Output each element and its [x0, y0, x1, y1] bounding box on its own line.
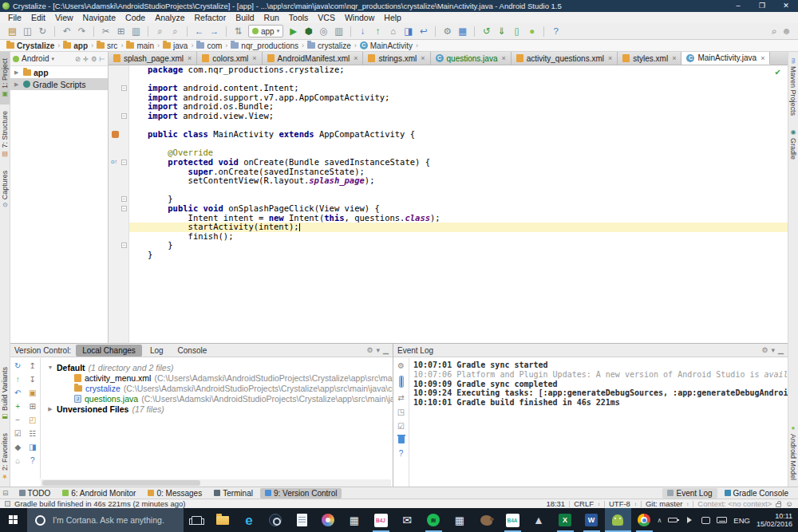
- search-everywhere-icon[interactable]: ⌕: [772, 26, 777, 37]
- clear-log-icon[interactable]: [398, 436, 405, 443]
- expand-arrow-icon[interactable]: ▶: [14, 69, 21, 76]
- group-by-folder-icon[interactable]: ▣: [29, 388, 36, 397]
- class-marker-icon[interactable]: [112, 131, 119, 138]
- project-view-selector[interactable]: Android: [22, 54, 49, 63]
- remove-icon[interactable]: −: [15, 416, 20, 424]
- menu-vcs[interactable]: VCS: [313, 12, 340, 23]
- spotify-icon[interactable]: ≋: [421, 508, 447, 532]
- status-caret-position[interactable]: 18:31: [546, 499, 565, 508]
- tool-window-button-todo[interactable]: TODO: [14, 488, 56, 499]
- preview-diff-icon[interactable]: ◨: [29, 443, 36, 451]
- code-text[interactable]: package com.nqr_productions.crystalize;i…: [129, 65, 788, 343]
- status-encoding[interactable]: UTF-8: [609, 499, 630, 508]
- hide-panel-icon[interactable]: ▁: [383, 346, 389, 354]
- tool-window-button-6-android-monitor[interactable]: 6: Android Monitor: [57, 488, 140, 499]
- touch-keyboard-icon[interactable]: [717, 517, 727, 523]
- fold-marker-icon[interactable]: −: [121, 196, 127, 202]
- code-editor[interactable]: −−o↑−−−− package com.nqr_productions.cry…: [109, 65, 788, 343]
- paint-icon[interactable]: [315, 508, 342, 532]
- revert-icon[interactable]: ↶: [14, 388, 21, 397]
- user-avatar-icon[interactable]: ☻: [781, 26, 792, 37]
- breadcrumb-item-app[interactable]: app: [63, 41, 88, 50]
- editor-tab-mainactivity-java[interactable]: CMainActivity.java×: [681, 52, 770, 65]
- editor-tab-colors-xml[interactable]: colors.xml×: [197, 52, 262, 65]
- steam-icon[interactable]: [263, 508, 289, 532]
- cortana-search-box[interactable]: I'm Cortana. Ask me anything.: [27, 508, 183, 532]
- editor-tab-strings-xml[interactable]: strings.xml×: [363, 52, 430, 65]
- redo-button[interactable]: ↷: [74, 24, 89, 39]
- toggle-tool-buttons-icon[interactable]: [5, 501, 10, 506]
- wrap-lines-icon[interactable]: ⇄: [397, 393, 404, 402]
- details-icon[interactable]: ☷: [29, 429, 36, 438]
- attach-debugger-button[interactable]: ▥: [331, 24, 346, 39]
- action-center-icon[interactable]: [701, 517, 710, 524]
- tool-window-button-terminal[interactable]: Terminal: [209, 488, 258, 499]
- chevron-down-icon[interactable]: ▾: [377, 346, 381, 354]
- balloon-notifications-icon[interactable]: [401, 376, 402, 387]
- checkbox-icon[interactable]: ☑: [14, 429, 22, 438]
- changelist-row-activity-menu-xml[interactable]: activity_menu.xml (C:\Users\Adamski\Andr…: [41, 372, 393, 383]
- show-hidden-icons-chevron[interactable]: ∧: [658, 517, 662, 524]
- back-button[interactable]: ←: [192, 24, 207, 39]
- settings-button[interactable]: ⚙: [440, 24, 455, 39]
- expand-arrow-icon[interactable]: ▼: [47, 365, 53, 370]
- breadcrumb-item-src[interactable]: src: [97, 41, 117, 50]
- task-view-button[interactable]: [184, 508, 210, 532]
- chrome-icon[interactable]: [631, 508, 658, 532]
- tool-button-captures[interactable]: ⊙Captures: [0, 164, 10, 214]
- editor-tab-androidmanifest-xml[interactable]: AndroidManifest.xml×: [263, 52, 364, 65]
- gear-icon[interactable]: ⚙: [761, 346, 768, 354]
- expand-arrow-icon[interactable]: ▶: [14, 81, 21, 88]
- close-tab-icon[interactable]: ×: [672, 54, 676, 62]
- vc-tab-local-changes[interactable]: Local Changes: [76, 345, 142, 357]
- menu-run[interactable]: Run: [259, 12, 284, 23]
- excel-icon[interactable]: X: [552, 508, 579, 532]
- chevron-down-icon[interactable]: ▾: [772, 346, 776, 354]
- android-studio-icon[interactable]: [605, 508, 631, 532]
- breadcrumb-item-crystalize[interactable]: Crystalize: [6, 41, 54, 50]
- android-device-monitor-button[interactable]: ●: [524, 24, 539, 39]
- tool-button-android-model[interactable]: ●Android Model: [788, 418, 798, 487]
- b4j-icon[interactable]: B4J: [368, 508, 394, 532]
- close-tab-icon[interactable]: ×: [252, 54, 256, 62]
- open-project-button[interactable]: ▤: [5, 24, 20, 39]
- menu-refactor[interactable]: Refactor: [190, 12, 231, 23]
- help-icon[interactable]: ?: [30, 456, 35, 465]
- tool-windows-corner-icon[interactable]: ⊟: [2, 489, 9, 497]
- project-item-app[interactable]: ▶app: [10, 66, 108, 78]
- paste-button[interactable]: ▥: [128, 24, 144, 39]
- replace-button[interactable]: ⌕: [168, 24, 183, 39]
- vcs-update-button[interactable]: ↓: [355, 24, 370, 39]
- avd-manager-button[interactable]: ▯: [509, 24, 524, 39]
- refresh-icon[interactable]: ↻: [14, 361, 21, 370]
- vcs-diff-button[interactable]: ◨: [401, 24, 416, 39]
- copy-icon[interactable]: ⊞: [30, 402, 36, 411]
- copy-button[interactable]: ⊞: [113, 24, 128, 39]
- horizontal-scrollbar[interactable]: [41, 479, 391, 487]
- coverage-button[interactable]: ◎: [316, 24, 331, 39]
- language-indicator[interactable]: ENG: [733, 516, 750, 525]
- close-tab-icon[interactable]: ×: [188, 54, 192, 62]
- lock-icon[interactable]: [776, 503, 781, 507]
- menu-window[interactable]: Window: [340, 12, 379, 23]
- fold-marker-icon[interactable]: −: [121, 242, 127, 248]
- menu-build[interactable]: Build: [231, 12, 259, 23]
- fold-marker-icon[interactable]: −: [121, 85, 127, 91]
- changelist-row-crystalize[interactable]: crystalize (C:\Users\Adamski\AndroidStud…: [41, 383, 393, 393]
- menu-help[interactable]: Help: [379, 12, 406, 23]
- breadcrumb-item-mainactivity[interactable]: CMainActivity: [360, 41, 413, 50]
- run-button[interactable]: ▶: [286, 24, 301, 39]
- gear-icon[interactable]: ⚙: [366, 346, 373, 354]
- menu-analyze[interactable]: Analyze: [150, 12, 189, 23]
- synchronize-button[interactable]: ↻: [35, 24, 50, 39]
- forward-button[interactable]: →: [207, 24, 222, 39]
- calculator-icon[interactable]: ▦: [342, 508, 368, 532]
- start-button[interactable]: [0, 508, 27, 532]
- close-tab-icon[interactable]: ×: [354, 54, 358, 62]
- tool-window-button-event-log[interactable]: Event Log: [662, 488, 717, 499]
- editor-tab-questions-java[interactable]: Cquestions.java×: [431, 52, 512, 65]
- calendar-icon[interactable]: ▦: [447, 508, 473, 532]
- status-vcs-branch[interactable]: Git: master: [646, 499, 682, 508]
- collapse-all-icon[interactable]: ↧: [30, 375, 36, 384]
- file-explorer-icon[interactable]: [210, 508, 236, 532]
